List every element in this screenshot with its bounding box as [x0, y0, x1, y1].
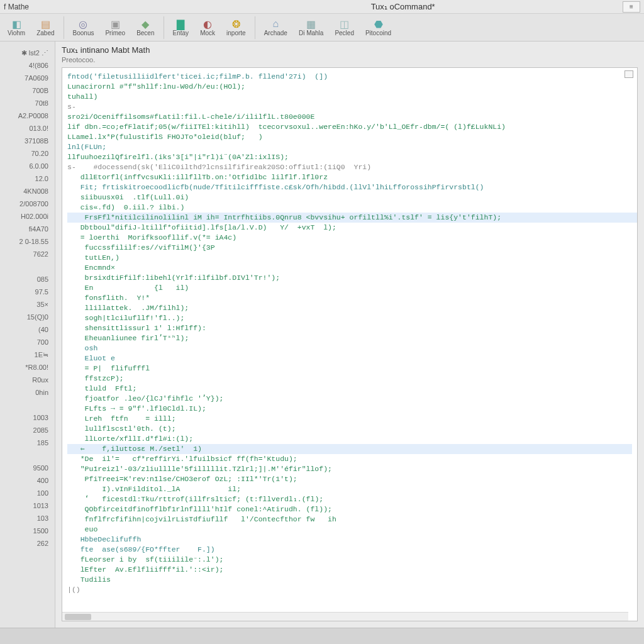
sidebar-item[interactable]: ✱ lst2 ⋰: [0, 47, 55, 59]
toolbar-pecled[interactable]: ◫Pecled: [330, 17, 359, 38]
code-line: Eheuanliunee firlʼTˢʰl);: [67, 333, 632, 343]
code-line: sogh|tlcilufllf!'fl..);: [67, 313, 632, 323]
code-line: Eluot e: [67, 353, 632, 364]
sidebar-item[interactable]: 1500: [0, 525, 55, 537]
sidebar-item[interactable]: [0, 399, 55, 411]
code-line: HbbeDeclifuffh: [67, 535, 632, 545]
sidebar-item[interactable]: 12.0: [0, 172, 55, 185]
sidebar-item[interactable]: 100: [0, 487, 55, 499]
horizontal-scrollbar[interactable]: [62, 612, 628, 621]
sidebar-item[interactable]: 0hin: [0, 386, 55, 399]
boonus-icon: ◎: [77, 18, 89, 30]
sidebar-item[interactable]: 1E≒: [0, 348, 55, 361]
sidebar-item[interactable]: 15(Q)0: [0, 311, 55, 323]
code-line: tuhall): [67, 92, 632, 102]
sidebar-item[interactable]: 700: [0, 336, 55, 348]
sidebar-item[interactable]: *R8.00!: [0, 361, 55, 374]
document-header: Tux₁ intinano Mabt Math Preotocoo.: [55, 42, 644, 65]
code-line: euo: [67, 525, 632, 535]
code-line: fntod('filetusilliidlfert'ticei.ic;filmP…: [67, 72, 632, 82]
toolbar-boonus[interactable]: ◎Boonus: [68, 17, 99, 38]
toolbar-mock[interactable]: ◐Mock: [195, 17, 220, 38]
toolbar-button-label: Entay: [173, 30, 189, 36]
code-line: En {l il): [67, 283, 632, 293]
toolbar-button-label: Zabed: [36, 30, 54, 36]
sidebar-item[interactable]: 085: [0, 273, 55, 286]
toolbar-button-label: Archade: [264, 30, 287, 36]
code-line: cis«.fd) 0.iil.? ilbi.): [67, 203, 632, 213]
code-line: siibuusx0i .tlf(Lull.0i): [67, 192, 632, 203]
toolbar-viohm[interactable]: ◧Viohm: [3, 17, 30, 38]
code-line: shensittlissurl 1' l:Hflff):: [67, 323, 632, 333]
sidebar-item[interactable]: 013.0!: [0, 122, 55, 135]
sidebar-item[interactable]: fi4A70: [0, 223, 55, 235]
sidebar-item[interactable]: 7622: [0, 248, 55, 260]
sidebar-item[interactable]: A2.P0008: [0, 109, 55, 122]
code-editor[interactable]: fntod('filetusilliidlfert'ticei.ic;filmP…: [62, 68, 637, 621]
toolbar-inporte[interactable]: ❂inporte: [221, 17, 251, 38]
toolbar-button-label: Becen: [136, 30, 154, 36]
code-line: ffstzcP);: [67, 374, 632, 384]
code-line: s- #docessend(sk('EliC0ilthd?lcnsilfifir…: [67, 162, 632, 172]
toolbar-separator: [164, 16, 164, 39]
sidebar-item[interactable]: 2/008700: [0, 197, 55, 210]
sidebar-item[interactable]: 1013: [0, 499, 55, 512]
sidebar-item[interactable]: [0, 449, 55, 462]
sidebar-item[interactable]: 70t8: [0, 97, 55, 109]
sidebar-item[interactable]: 7A0609: [0, 72, 55, 84]
code-line: ʻ ficestdl:Tku/rttrof(illfrslticf; (t:fl…: [67, 494, 632, 504]
toolbar-button-label: Mock: [200, 30, 215, 36]
toolbar-pitocoind[interactable]: ⬣Pitocoind: [360, 17, 396, 38]
toolbar-archade[interactable]: ⌂Archade: [259, 17, 292, 38]
inporte-icon: ❂: [230, 18, 242, 30]
toolbar-button-label: Viohm: [8, 30, 25, 36]
code-line: fonsflith. Y!*: [67, 293, 632, 303]
primeo-icon: ▣: [109, 18, 121, 30]
pecled-icon: ◫: [339, 18, 350, 30]
code-line: l{t}[],;.f1If;Ti!'=([}f;i!.i^B:v.Al:/ili…: [632, 213, 637, 223]
sidebar-item[interactable]: 103: [0, 512, 55, 525]
code-line: *De il'= cf*reffirYi.'lfuilbsicf ff(fh='…: [67, 454, 632, 464]
code-line: lif dbn.=co;efFlatif;05(w/fiiITEl:kitihl…: [67, 122, 632, 132]
toolbar-primeo[interactable]: ▣Primeo: [100, 17, 130, 38]
window-collapse-button[interactable]: ≡: [623, 1, 640, 13]
code-line: FLfts → = 9"f'.lfl0Cldl.IL);: [67, 404, 632, 414]
sidebar-item[interactable]: 2085: [0, 424, 55, 436]
zabed-icon: ▤: [40, 18, 51, 30]
sidebar-item[interactable]: 1003: [0, 411, 55, 424]
sidebar-item[interactable]: 6.0.00: [0, 160, 55, 172]
code-line: Lreh ftfn = illl;: [67, 414, 632, 424]
sidebar-item[interactable]: 185: [0, 436, 55, 449]
toolbar-di-mahla[interactable]: ▦Di Mahla: [294, 17, 328, 38]
code-line: fjoatfor .leo/{lCJ'fihflc 'ʼY});: [67, 394, 632, 404]
sidebar-item[interactable]: R0ux: [0, 374, 55, 386]
sidebar-item[interactable]: 700B: [0, 84, 55, 97]
sidebar-item[interactable]: 4!(806: [0, 59, 55, 72]
pitocoind-icon: ⬣: [373, 18, 384, 30]
sidebar-item[interactable]: (40: [0, 323, 55, 336]
sidebar-item[interactable]: [0, 260, 55, 273]
toolbar-zabed[interactable]: ▤Zabed: [31, 17, 59, 38]
code-line: fnflfrcfifihn|cojvilrLisTdfiufllf l'/Con…: [67, 514, 632, 525]
sidebar-item[interactable]: 9500: [0, 462, 55, 474]
sidebar-item[interactable]: 37108B: [0, 135, 55, 147]
titlebar: f Mathe Tux₁ oCommand* ≡: [0, 0, 644, 14]
sidebar-item[interactable]: H02.000i: [0, 210, 55, 223]
menu-left: f Mathe: [4, 3, 203, 11]
scroll-thumb[interactable]: [65, 614, 91, 620]
toolbar-becen[interactable]: ◆Becen: [131, 17, 159, 38]
code-line: llLorte/xfllI.d*fl#i:(l);: [67, 434, 632, 444]
entay-icon: ▇: [175, 18, 186, 30]
sidebar-item[interactable]: 4KN008: [0, 185, 55, 197]
sidebar-item[interactable]: 35×: [0, 298, 55, 311]
di-mahla-icon: ▦: [306, 18, 317, 30]
sidebar-item[interactable]: 97.5: [0, 286, 55, 298]
sidebar-item[interactable]: 70.20: [0, 147, 55, 160]
sidebar: ✱ lst2 ⋰4!(8067A0609700B70t8A2.P0008013.…: [0, 42, 55, 628]
toolbar-entay[interactable]: ▇Entay: [168, 17, 194, 38]
code-line: fLeorser i by sf(tiiilile⁻:.l');: [67, 555, 632, 565]
sidebar-item[interactable]: 2 0-18.55: [0, 235, 55, 248]
sidebar-item[interactable]: 262: [0, 537, 55, 550]
sidebar-item[interactable]: 400: [0, 474, 55, 487]
toolbar-button-label: Pecled: [335, 30, 354, 36]
